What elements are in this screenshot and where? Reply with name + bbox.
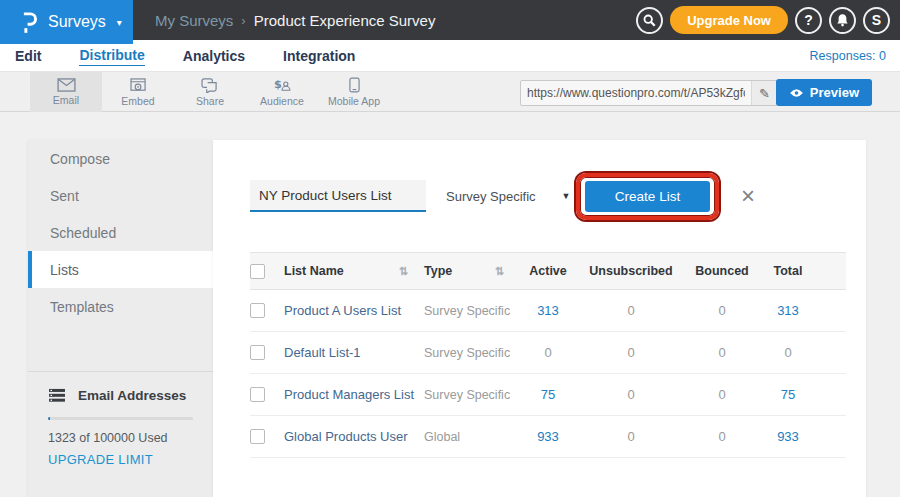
preview-label: Preview [810,85,859,100]
account-avatar[interactable]: S [863,7,890,34]
unsubscribed-count[interactable]: 0 [576,387,686,402]
sidebar-item-label: Templates [50,299,114,315]
app-window: My Surveys › Product Experience Survey U… [0,0,900,497]
row-checkbox[interactable] [250,345,265,360]
sidebar-item-templates[interactable]: Templates [28,288,213,325]
notifications-bell-icon[interactable] [829,7,856,34]
total-count[interactable]: 313 [758,303,818,318]
create-list-button[interactable]: Create List [585,181,710,212]
sort-icon[interactable]: ⇅ [399,265,408,278]
sidebar-item-sent[interactable]: Sent [28,177,213,214]
sidebar-item-label: Scheduled [50,225,116,241]
table-row: Product Managers List Survey Specific 75… [250,374,846,416]
lists-panel: Survey Specific ▼ Create List × List Nam… [213,140,866,497]
email-addresses-header: Email Addresses [48,388,193,403]
table-row: Product A Users List Survey Specific 313… [250,290,846,332]
svg-text:$: $ [274,78,282,91]
col-bounced: Bounced [686,264,758,278]
row-checkbox[interactable] [250,303,265,318]
col-unsubscribed: Unsubscribed [576,264,686,278]
share-icon [201,78,219,93]
list-type-value: Survey Specific [446,189,536,204]
total-count[interactable]: 75 [758,387,818,402]
survey-nav-tabs: Edit Distribute Analytics Integration [15,40,355,72]
unsubscribed-count[interactable]: 0 [576,303,686,318]
help-icon[interactable]: ? [795,7,822,34]
unsubscribed-count[interactable]: 0 [576,429,686,444]
channel-label: Audience [260,95,304,107]
select-all-checkbox[interactable] [250,264,265,279]
dropdown-caret-icon: ▼ [562,191,571,201]
lists-table: List Name ⇅ Type ⇅ Active Unsubscribed B… [250,252,846,458]
audience-icon: $ [273,78,292,93]
top-header-bar: My Surveys › Product Experience Survey U… [0,0,900,40]
active-count[interactable]: 75 [520,387,576,402]
email-sidebar: Compose Sent Scheduled Lists Templates [28,140,213,497]
bounced-count[interactable]: 0 [686,345,758,360]
list-name-link[interactable]: Product Managers List [284,387,414,402]
list-name-link[interactable]: Default List-1 [284,345,361,360]
channel-embed[interactable]: Embed [102,72,174,112]
sidebar-item-lists[interactable]: Lists [28,251,213,288]
upgrade-limit-link[interactable]: UPGRADE LIMIT [48,452,193,467]
magnifier-glyph [643,14,656,27]
list-type: Survey Specific [424,346,510,360]
sort-icon[interactable]: ⇅ [495,265,504,278]
sidebar-item-scheduled[interactable]: Scheduled [28,214,213,251]
channel-audience[interactable]: $ Audience [246,72,318,112]
usage-text: 1323 of 100000 Used [48,431,193,445]
responses-count[interactable]: Responses: 0 [810,40,886,72]
eye-icon [789,88,804,98]
preview-button[interactable]: Preview [776,79,872,106]
new-list-name-input[interactable] [250,180,426,212]
channel-share[interactable]: Share [174,72,246,112]
tab-analytics[interactable]: Analytics [183,48,245,64]
list-server-icon [48,388,66,403]
breadcrumb-separator-icon: › [241,13,245,28]
header-actions: Upgrade Now ? S [636,0,890,40]
sidebar-item-compose[interactable]: Compose [28,140,213,177]
surveys-product-menu[interactable]: Surveys ▾ [0,0,133,44]
col-type[interactable]: Type [424,264,452,278]
bounced-count[interactable]: 0 [686,429,758,444]
active-count[interactable]: 0 [520,345,576,360]
channel-email[interactable]: Email [30,72,102,112]
channel-label: Share [196,95,224,107]
list-name-link[interactable]: Global Products User [284,429,408,444]
active-count[interactable]: 933 [520,429,576,444]
table-header-row: List Name ⇅ Type ⇅ Active Unsubscribed B… [250,252,846,290]
breadcrumb-my-surveys[interactable]: My Surveys [155,12,233,29]
total-count[interactable]: 0 [758,345,818,360]
channel-label: Embed [121,95,154,107]
active-count[interactable]: 313 [520,303,576,318]
row-checkbox[interactable] [250,429,265,444]
edit-url-pencil-icon[interactable]: ✎ [751,81,777,105]
bounced-count[interactable]: 0 [686,387,758,402]
sidebar-item-label: Lists [50,262,79,278]
list-type: Survey Specific [424,388,510,402]
close-icon[interactable]: × [733,180,763,212]
chevron-down-icon: ▾ [117,17,122,28]
tab-distribute[interactable]: Distribute [79,47,144,66]
list-type: Survey Specific [424,304,510,318]
usage-progress-fill [48,417,50,420]
list-name-link[interactable]: Product A Users List [284,303,401,318]
questionpro-logo-icon [20,10,39,35]
survey-url-input[interactable] [521,81,751,105]
total-count[interactable]: 933 [758,429,818,444]
breadcrumb: My Surveys › Product Experience Survey [155,0,435,40]
row-checkbox[interactable] [250,387,265,402]
upgrade-now-button[interactable]: Upgrade Now [670,6,788,34]
tab-integration[interactable]: Integration [283,48,355,64]
survey-url-field: ✎ [520,80,778,106]
channel-label: Mobile App [328,95,380,107]
tab-edit[interactable]: Edit [15,48,41,64]
unsubscribed-count[interactable]: 0 [576,345,686,360]
col-list-name[interactable]: List Name [284,264,344,278]
list-type-dropdown[interactable]: Survey Specific ▼ [446,180,571,212]
bounced-count[interactable]: 0 [686,303,758,318]
search-icon[interactable] [636,7,663,34]
channel-mobile-app[interactable]: Mobile App [318,72,390,112]
list-type: Global [424,430,460,444]
col-total: Total [758,264,818,278]
